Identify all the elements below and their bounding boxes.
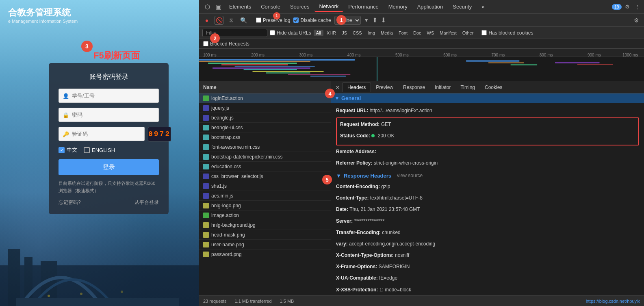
disable-cache-checkbox[interactable]: Disable cache [293,17,331,23]
password-input[interactable] [59,108,159,122]
svg-point-7 [121,291,123,293]
en-checkbox[interactable] [84,147,90,153]
captcha-row: 🔑 0972 [59,127,159,141]
filter-js[interactable]: JS [339,30,349,36]
view-source-link[interactable]: view source [397,173,423,178]
file-icon-username [203,242,209,247]
mark-600ms: 600 ms [443,53,457,57]
file-icon-password [203,252,209,257]
resp-x-xss: X-XSS-Protection: 1: mode=block [336,285,639,295]
filter-media[interactable]: Media [378,30,395,36]
filter-all[interactable]: All [314,30,323,36]
file-item-jquery[interactable]: jquery.js [199,103,331,113]
record-button[interactable]: ● [202,16,211,25]
response-headers-header: ▼ Response Headers view source [336,173,639,179]
filter-xhr[interactable]: XHR [324,30,338,36]
general-section-header: ▼ General [334,95,641,101]
login-button[interactable]: 登录 [59,159,159,175]
file-item-bootstrap-dt[interactable]: bootstrap-datetimepicker.min.css [199,152,331,162]
mark-900ms: 900 ms [588,53,601,57]
file-item-beangle[interactable]: beangle.js [199,113,331,123]
clear-button[interactable]: 🚫 [215,16,223,25]
building-svg [0,217,199,306]
file-item-hnlg-bg[interactable]: hnlg-background.jpg [199,220,331,230]
upload-btn[interactable]: ⬆ [372,16,377,24]
mark-700ms: 700 ms [492,53,505,57]
tab-preview[interactable]: Preview [371,83,398,92]
filter-button[interactable]: ⧖ [227,16,236,25]
lang-en-option[interactable]: ENGLISH [84,147,115,153]
file-item-beangle-ui[interactable]: beangle-ui.css [199,123,331,132]
response-headers-title: Response Headers [344,173,391,179]
tab-timing[interactable]: Timing [455,83,480,92]
settings-icon[interactable]: ⚙ [623,2,631,11]
close-panel-btn[interactable]: ✕ [333,83,342,92]
username-input[interactable] [59,89,159,103]
tab-more[interactable]: » [477,2,489,11]
tab-console[interactable]: Console [256,2,285,11]
general-section-header-bg: ▼ General [331,93,644,103]
forgot-password-link[interactable]: 忘记密码? [59,199,81,206]
captcha-image[interactable]: 0972 [148,127,171,141]
tab-security[interactable]: Security [448,2,477,11]
file-item-fontawesome[interactable]: font-awesome.min.css [199,142,331,152]
blocked-requests-checkbox[interactable]: Blocked Requests [203,41,249,47]
tab-memory[interactable]: Memory [384,2,412,11]
filter-manifest[interactable]: Manifest [437,30,459,36]
tab-initiator[interactable]: Initiator [430,83,455,92]
tab-performance[interactable]: Performance [343,2,383,11]
remote-address-row: Remote Address: [336,147,639,156]
filter-ws[interactable]: WS [425,30,437,36]
tab-elements[interactable]: Elements [224,2,256,11]
svg-rect-11 [221,64,288,65]
request-count: 23 requests [203,299,226,304]
download-btn[interactable]: ⬇ [381,16,386,24]
dt-right-icons: 19 ⚙ ⋮ [612,2,642,11]
file-item-hnlg-logo[interactable]: hnlg-logo.png [199,201,331,211]
file-item-sha1[interactable]: sha1.js [199,181,331,191]
tab-application[interactable]: Application [412,2,448,11]
lang-en-label: ENGLISH [92,147,115,153]
device-tool[interactable]: ▣ [213,1,224,13]
status-green-dot [371,134,375,137]
tab-response[interactable]: Response [398,83,430,92]
filter-other[interactable]: Other [460,30,476,36]
lang-zh-option[interactable]: ✓ 中文 [59,146,77,154]
filter-doc[interactable]: Doc [411,30,424,36]
file-item-aes[interactable]: aes.min.js [199,191,331,201]
devtools-statusbar: 23 requests 1.1 MB transferred 1.5 MB ht… [199,295,644,306]
devtools-panel: ⬡ ▣ Elements Console Sources Network Per… [199,0,644,306]
file-item-image[interactable]: image.action [199,211,331,220]
file-item-education[interactable]: education.css [199,162,331,171]
settings-btn[interactable]: ⚙ [632,16,641,25]
search-button[interactable]: 🔍 [239,16,248,25]
refresh-hint: F5刷新页面 [93,50,140,62]
filter-img[interactable]: Img [365,30,377,36]
zh-checkbox[interactable]: ✓ [59,147,65,153]
platform-login-link[interactable]: 从平台登录 [134,199,159,206]
tab-sources[interactable]: Sources [285,2,314,11]
blocked-cookies-checkbox[interactable]: Has blocked cookies [481,30,533,36]
username-group: 👤 [59,89,159,103]
captcha-input[interactable] [59,127,145,141]
preserve-log-checkbox[interactable]: Preserve log [256,17,290,23]
blocked-requests-row: Blocked Requests [199,39,644,49]
file-item-bootstrap[interactable]: bootstrap.css [199,132,331,142]
notice-text: 目前系统在试运行阶段，只支持谷歌浏览器和360浏览器（极速模式） [59,180,159,194]
customize-icon[interactable]: ⋮ [633,2,642,11]
file-item-username[interactable]: user-name.png [199,240,331,250]
timeline-content [199,57,644,81]
tab-cookies[interactable]: Cookies [480,83,507,92]
file-item-head-mask[interactable]: head-mask.png [199,230,331,240]
cursor-tool[interactable]: ⬡ [202,1,213,13]
tab-headers[interactable]: Headers [342,82,371,92]
filter-css[interactable]: CSS [350,30,364,36]
mark-500ms: 500 ms [395,53,409,57]
file-item-password[interactable]: password.png [199,250,331,259]
lock-icon: 🔒 [63,112,69,118]
file-item-login[interactable]: loginExt.action [199,93,331,103]
hide-data-urls-checkbox[interactable]: Hide data URLs [270,30,311,36]
filter-font[interactable]: Font [396,30,410,36]
file-item-css-selector[interactable]: css_browser_selector.js [199,171,331,181]
tab-network[interactable]: Network [314,2,344,12]
